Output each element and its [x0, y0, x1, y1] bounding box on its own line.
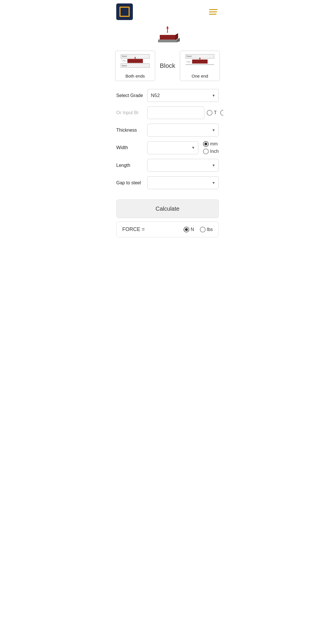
grade-select[interactable]: N52 N50 N48 N45 N42 N40 N38 N35: [147, 89, 219, 102]
both-ends-label: Both ends: [125, 74, 145, 78]
grade-label: Select Grade: [116, 93, 145, 98]
svg-text:Steel: Steel: [122, 55, 127, 58]
svg-rect-3: [160, 35, 175, 40]
svg-rect-4: [158, 39, 177, 42]
length-label: Length: [116, 163, 145, 168]
gap-select[interactable]: [147, 176, 219, 189]
thickness-select-wrap: ▼: [147, 124, 219, 137]
force-unit-group: N lbs: [184, 227, 213, 232]
br-row: Or Input Br T G: [116, 104, 219, 121]
unit-inch-radio[interactable]: [203, 149, 209, 154]
unit-group: mm Inch: [203, 141, 219, 154]
svg-text:Steel: Steel: [186, 55, 192, 58]
menu-button[interactable]: [208, 8, 219, 16]
length-select-wrap: ▼: [147, 159, 219, 172]
one-end-diagram: Steel Gap—: [184, 53, 216, 72]
gap-label: Gap to steel: [116, 180, 145, 185]
unit-inch-label: Inch: [210, 149, 219, 154]
br-unit-T[interactable]: T: [207, 110, 217, 116]
length-row: Length ▼: [116, 157, 219, 174]
thickness-label: Thickness: [116, 128, 145, 133]
force-unit-N-label: N: [191, 227, 194, 232]
type-card-one-end[interactable]: Steel Gap— One end: [180, 51, 220, 81]
width-row: Width ▼ mm Inch: [116, 139, 219, 157]
grade-row: Select Grade N52 N50 N48 N45 N42 N40 N38…: [116, 87, 219, 104]
force-unit-lbs-radio[interactable]: [200, 227, 206, 232]
length-select[interactable]: [147, 159, 219, 172]
width-select[interactable]: [147, 141, 198, 154]
main-block-diagram: [155, 26, 180, 47]
force-unit-lbs-label: lbs: [207, 227, 213, 232]
svg-text:Gap—: Gap—: [186, 61, 192, 63]
calculate-button[interactable]: Calculate: [116, 199, 219, 218]
svg-marker-5: [175, 33, 178, 40]
both-ends-diagram: Steel Gap— Steel: [119, 53, 151, 72]
header: [112, 0, 223, 23]
gap-row: Gap to steel ▼: [116, 174, 219, 191]
svg-rect-11: [127, 59, 143, 63]
svg-rect-23: [186, 64, 214, 65]
br-unit-T-radio[interactable]: [207, 110, 212, 116]
br-unit-group: T G: [207, 110, 223, 116]
width-select-wrap: ▼: [147, 141, 198, 154]
type-card-both-ends[interactable]: Steel Gap— Steel Both ends: [115, 51, 155, 81]
svg-marker-2: [166, 26, 169, 29]
type-selector: Steel Gap— Steel Both ends Block Steel: [112, 48, 223, 83]
force-row: FORCE = N lbs: [116, 222, 219, 237]
unit-mm-label: mm: [210, 141, 218, 147]
form-area: Select Grade N52 N50 N48 N45 N42 N40 N38…: [112, 83, 223, 195]
unit-mm-item[interactable]: mm: [203, 141, 219, 147]
logo-inner: [119, 7, 130, 17]
br-unit-G[interactable]: G: [220, 110, 223, 116]
br-input[interactable]: [147, 106, 204, 119]
br-label: Or Input Br: [116, 110, 145, 115]
block-center-label: Block: [157, 62, 178, 70]
grade-select-wrap: N52 N50 N48 N45 N42 N40 N38 N35 ▼: [147, 89, 219, 102]
gap-select-wrap: ▼: [147, 176, 219, 189]
br-unit-G-radio[interactable]: [220, 110, 223, 116]
force-unit-N-radio[interactable]: [184, 227, 189, 232]
width-label: Width: [116, 145, 145, 150]
unit-inch-item[interactable]: Inch: [203, 149, 219, 154]
thickness-row: Thickness ▼: [116, 121, 219, 139]
svg-text:Steel: Steel: [122, 64, 127, 67]
svg-rect-20: [192, 60, 208, 64]
br-unit-T-label: T: [214, 110, 217, 115]
force-label: FORCE =: [122, 226, 145, 232]
unit-mm-radio[interactable]: [203, 141, 209, 147]
one-end-label: One end: [192, 74, 208, 78]
force-unit-lbs[interactable]: lbs: [200, 227, 213, 232]
main-diagram-area: [112, 23, 223, 48]
svg-text:Gap—: Gap—: [122, 60, 127, 62]
logo: [116, 3, 133, 20]
force-unit-N[interactable]: N: [184, 227, 194, 232]
thickness-select[interactable]: [147, 124, 219, 137]
